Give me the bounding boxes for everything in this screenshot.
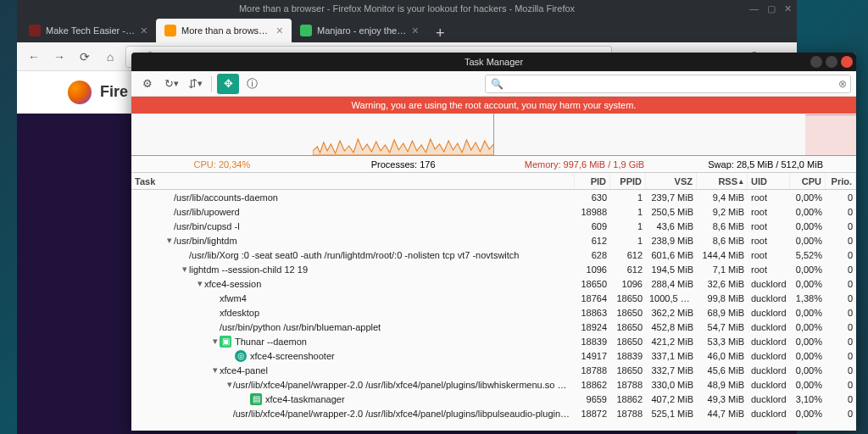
tab-close-icon[interactable]: × [412, 24, 419, 37]
cell-pid: 18839 [575, 337, 610, 347]
cell-prio: 0 [826, 250, 856, 260]
cell-cpu: 3,10% [790, 394, 826, 404]
taskmgr-icon: ▤ [250, 393, 262, 405]
process-row[interactable]: ▤xfce4-taskmanager 9659 18862 407,2 MiB … [131, 392, 856, 406]
cell-cpu: 0,00% [790, 409, 826, 419]
process-row[interactable]: ▾xfce4-session 18650 1096 288,4 MiB 32,6… [131, 276, 856, 291]
process-row[interactable]: xfwm4 18764 18650 1000,5 MiB 99,8 MiB du… [131, 291, 856, 305]
process-row[interactable]: /usr/lib/xfce4/panel/wrapper-2.0 /usr/li… [131, 406, 856, 420]
cell-vsz: 407,2 MiB [646, 394, 697, 404]
cell-cpu: 0,00% [790, 380, 826, 390]
target-button[interactable]: ✥ [217, 74, 239, 94]
cell-prio: 0 [826, 409, 856, 419]
process-row[interactable]: /usr/bin/cupsd -l 609 1 43,6 MiB 8,6 MiB… [131, 219, 856, 233]
firefox-tabstrip: Make Tech Easier - Comput×More than a br… [17, 17, 797, 42]
process-list[interactable]: /usr/lib/accounts-daemon 630 1 239,7 MiB… [131, 190, 856, 431]
cell-ppid: 18650 [610, 308, 646, 318]
refresh-dropdown[interactable]: ↻▾ [160, 74, 182, 94]
browser-tab[interactable]: Make Tech Easier - Comput× [20, 19, 156, 42]
process-row[interactable]: ▾lightdm --session-child 12 19 1096 612 … [131, 262, 856, 276]
tab-close-icon[interactable]: × [276, 24, 283, 37]
col-ppid[interactable]: PPID [610, 173, 646, 189]
tab-label: Make Tech Easier - Comput [46, 25, 136, 36]
tree-toggle[interactable]: ▾ [196, 278, 204, 289]
search-input[interactable]: 🔍 ⊗ [485, 75, 851, 93]
tree-toggle[interactable]: ▾ [211, 364, 220, 376]
col-pid[interactable]: PID [575, 173, 610, 189]
cell-prio: 0 [826, 293, 856, 303]
process-row[interactable]: ▾xfce4-panel 18788 18650 332,7 MiB 45,6 … [131, 363, 856, 377]
cell-uid: ducklord [748, 337, 790, 347]
screenshot-icon: ◎ [235, 350, 247, 362]
process-name: xfdesktop [220, 308, 259, 318]
process-row[interactable]: ◎xfce4-screenshooter 14917 18839 337,1 M… [131, 348, 856, 363]
settings-button[interactable]: ⚙ [136, 74, 159, 94]
tree-toggle[interactable]: ▾ [226, 379, 233, 390]
cell-uid: ducklord [748, 365, 790, 376]
search-field[interactable] [504, 79, 845, 89]
cell-vsz: 288,4 MiB [646, 279, 697, 289]
process-row[interactable]: xfdesktop 18863 18650 362,2 MiB 68,9 MiB… [131, 305, 856, 320]
window-close-icon[interactable]: ✕ [784, 3, 792, 14]
cell-uid: root [748, 192, 790, 203]
cell-uid: ducklord [748, 380, 790, 390]
cell-rss: 54,7 MiB [697, 322, 748, 332]
window-minimize-icon[interactable]: — [749, 3, 759, 14]
cell-cpu: 0,00% [790, 365, 826, 376]
cell-ppid: 612 [610, 264, 646, 275]
window-close-button[interactable] [841, 56, 853, 68]
home-button[interactable]: ⌂ [100, 47, 120, 67]
cell-pid: 18764 [575, 293, 610, 303]
tab-label: Manjaro - enjoy the simplic [317, 25, 407, 36]
col-uid[interactable]: UID [748, 173, 790, 189]
clear-icon[interactable]: ⊗ [838, 78, 847, 90]
cell-pid: 612 [575, 236, 610, 246]
taskmanager-titlebar[interactable]: Task Manager [131, 53, 856, 71]
process-row[interactable]: ▾/usr/lib/xfce4/panel/wrapper-2.0 /usr/l… [131, 377, 856, 392]
col-prio[interactable]: Prio. [826, 173, 856, 189]
process-row[interactable]: ▾/usr/bin/lightdm 612 1 238,9 MiB 8,6 Mi… [131, 233, 856, 248]
window-maximize-button[interactable] [826, 56, 837, 68]
tree-toggle[interactable]: ▾ [181, 264, 189, 275]
process-row[interactable]: /usr/bin/python /usr/bin/blueman-applet … [131, 320, 856, 334]
browser-tab[interactable]: Manjaro - enjoy the simplic× [292, 19, 427, 42]
cell-uid: ducklord [748, 279, 790, 289]
cell-cpu: 0,00% [790, 207, 826, 217]
cell-pid: 630 [575, 192, 610, 203]
col-task[interactable]: Task [131, 173, 575, 189]
cell-rss: 32,6 MiB [697, 279, 748, 289]
cell-uid: root [748, 264, 790, 275]
tree-toggle[interactable]: ▾ [165, 235, 174, 246]
col-vsz[interactable]: VSZ [646, 173, 697, 189]
forward-button[interactable]: → [49, 47, 70, 67]
cell-vsz: 525,1 MiB [646, 409, 697, 419]
col-rss[interactable]: RSS▴ [697, 173, 748, 189]
col-cpu[interactable]: CPU [790, 173, 826, 189]
cell-ppid: 1096 [610, 279, 646, 289]
process-name: /usr/lib/Xorg :0 -seat seat0 -auth /run/… [189, 250, 519, 260]
cell-vsz: 332,7 MiB [646, 365, 697, 376]
tab-close-icon[interactable]: × [141, 24, 147, 37]
process-row[interactable]: /usr/lib/Xorg :0 -seat seat0 -auth /run/… [131, 248, 856, 262]
filter-dropdown[interactable]: ⇵▾ [184, 74, 206, 94]
tree-toggle[interactable]: ▾ [211, 336, 220, 347]
cpu-graph[interactable] [131, 114, 494, 155]
new-tab-button[interactable]: + [427, 25, 453, 42]
back-button[interactable]: ← [24, 47, 44, 67]
cell-prio: 0 [826, 192, 856, 203]
cell-uid: ducklord [748, 308, 790, 318]
process-row[interactable]: /usr/lib/upowerd 18988 1 250,5 MiB 9,2 M… [131, 204, 856, 219]
process-row[interactable]: ▾▣Thunar --daemon 18839 18650 421,2 MiB … [131, 334, 856, 348]
cell-ppid: 1 [610, 221, 646, 231]
info-button[interactable]: ⓘ [241, 74, 263, 94]
reload-button[interactable]: ⟳ [75, 47, 95, 67]
window-minimize-button[interactable] [810, 56, 822, 68]
browser-tab[interactable]: More than a browser - Fire× [156, 19, 292, 42]
window-maximize-icon[interactable]: ▢ [767, 3, 776, 14]
memory-graph[interactable] [494, 114, 856, 155]
search-icon: 🔍 [491, 78, 504, 90]
cell-cpu: 0,00% [790, 337, 826, 347]
cell-prio: 0 [826, 351, 856, 361]
process-row[interactable]: /usr/lib/accounts-daemon 630 1 239,7 MiB… [131, 190, 856, 204]
cell-prio: 0 [826, 279, 856, 289]
